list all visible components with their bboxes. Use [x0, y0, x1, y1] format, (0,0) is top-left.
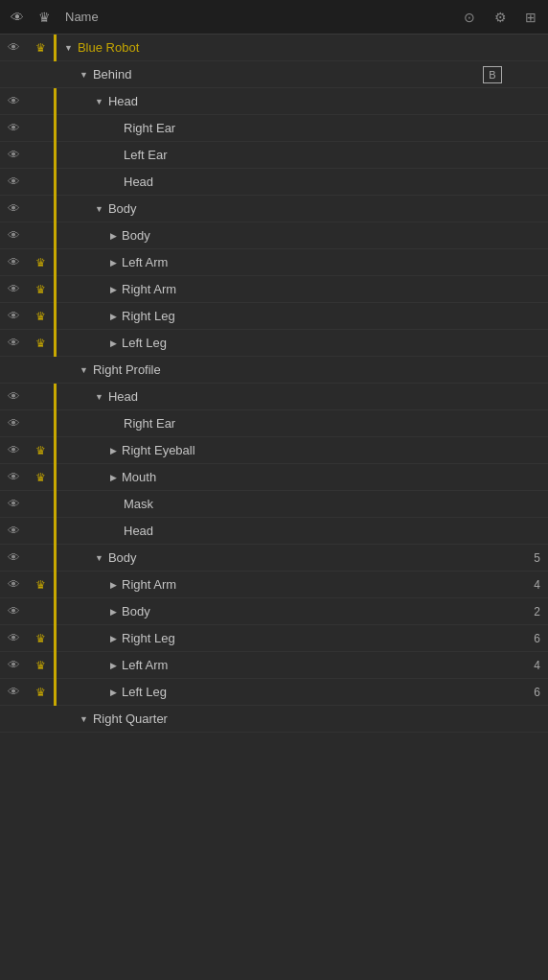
crown-column: ♛ [27, 310, 54, 323]
tree-row[interactable]: 👁▶Body2 [0, 598, 548, 625]
collapse-arrow-icon[interactable]: ▼ [64, 43, 73, 53]
expand-arrow-icon[interactable]: ▶ [110, 285, 117, 294]
tree-row[interactable]: ▼BehindB [0, 61, 548, 88]
layer-name: ▶Left Leg [57, 336, 510, 350]
layer-label: Blue Robot [78, 40, 139, 55]
expand-arrow-icon[interactable]: ▶ [110, 446, 117, 455]
visibility-toggle[interactable]: 👁 [0, 175, 27, 189]
collapse-arrow-icon[interactable]: ▼ [80, 714, 88, 724]
eye-icon: 👁 [8, 282, 20, 296]
camera-icon[interactable]: ⊙ [456, 4, 483, 31]
expand-arrow-icon[interactable]: ▶ [110, 231, 117, 241]
visibility-toggle[interactable]: 👁 [0, 389, 27, 404]
eye-icon: 👁 [8, 309, 20, 323]
tree-row[interactable]: 👁♛▶Left Leg6 [0, 679, 548, 706]
eye-icon: 👁 [8, 577, 20, 592]
tree-row[interactable]: 👁♛▶Right Arm4 [0, 572, 548, 598]
visibility-toggle[interactable]: 👁 [0, 631, 27, 645]
visibility-toggle[interactable]: 👁 [0, 416, 27, 431]
visibility-toggle[interactable]: 👁 [0, 255, 27, 269]
layer-label: Right Ear [124, 416, 175, 431]
column-header: 👁 ♛ Name ⊙ ⚙ ⊞ [0, 0, 548, 35]
tree-row[interactable]: 👁Right Ear [0, 410, 548, 437]
visibility-toggle[interactable]: 👁 [0, 309, 27, 323]
eye-icon: 👁 [8, 228, 20, 243]
visibility-toggle[interactable]: 👁 [0, 524, 27, 538]
visibility-toggle[interactable]: 👁 [0, 685, 27, 699]
tree-row[interactable]: 👁♛▶Left Leg [0, 330, 548, 357]
tree-row[interactable]: 👁Head [0, 518, 548, 545]
expand-arrow-icon[interactable]: ▶ [110, 607, 117, 617]
visibility-toggle[interactable]: 👁 [0, 604, 27, 618]
expand-arrow-icon[interactable]: ▶ [110, 634, 117, 643]
expand-arrow-icon[interactable]: ▶ [110, 258, 117, 268]
tree-row[interactable]: 👁▼Body [0, 196, 548, 222]
tree-row[interactable]: 👁▼Body5 [0, 545, 548, 572]
tree-row[interactable]: 👁♛▼Blue Robot [0, 35, 548, 61]
expand-arrow-icon[interactable]: ▶ [110, 338, 117, 348]
expand-arrow-icon[interactable]: ▶ [110, 473, 117, 482]
visibility-toggle[interactable]: 👁 [0, 94, 27, 108]
layer-value: 6 [510, 632, 548, 645]
visibility-toggle[interactable]: 👁 [0, 336, 27, 350]
collapse-arrow-icon[interactable]: ▼ [80, 365, 88, 375]
collapse-arrow-icon[interactable]: ▼ [95, 553, 103, 563]
collapse-arrow-icon[interactable]: ▼ [95, 204, 103, 214]
layer-label: Right Ear [124, 121, 175, 135]
layer-label: Right Arm [122, 282, 176, 296]
crown-icon: ♛ [35, 686, 46, 699]
tree-row[interactable]: 👁♛▶Left Arm4 [0, 652, 548, 679]
eye-icon: 👁 [8, 604, 20, 618]
tree-row[interactable]: 👁♛▶Right Leg6 [0, 625, 548, 652]
collapse-arrow-icon[interactable]: ▼ [95, 97, 103, 106]
eye-icon: 👁 [8, 550, 20, 565]
tree-row[interactable]: 👁▼Head [0, 384, 548, 410]
tree-row[interactable]: 👁▼Head [0, 88, 548, 115]
expand-arrow-icon[interactable]: ▶ [110, 580, 117, 590]
tree-row[interactable]: 👁Left Ear [0, 142, 548, 169]
visibility-toggle[interactable]: 👁 [0, 40, 27, 55]
visibility-toggle[interactable]: 👁 [0, 228, 27, 243]
tree-row[interactable]: ▼Right Quarter [0, 706, 548, 733]
layer-name: ▶Right Leg [57, 309, 510, 323]
layer-name: ▼Body [57, 550, 510, 565]
eye-icon: 👁 [8, 389, 20, 404]
expand-arrow-icon[interactable]: ▶ [110, 688, 117, 697]
visibility-toggle[interactable]: 👁 [0, 470, 27, 484]
visibility-toggle[interactable]: 👁 [0, 282, 27, 296]
crown-icon: ♛ [35, 471, 46, 484]
visibility-toggle[interactable]: 👁 [0, 497, 27, 511]
expand-arrow-icon[interactable]: ▶ [110, 661, 117, 670]
visibility-toggle[interactable]: 👁 [0, 121, 27, 135]
visibility-toggle[interactable]: 👁 [0, 443, 27, 457]
eye-icon: 👁 [8, 201, 20, 216]
layer-value: 5 [510, 551, 548, 565]
visibility-toggle[interactable]: 👁 [0, 577, 27, 592]
visibility-toggle[interactable]: 👁 [0, 550, 27, 565]
tree-row[interactable]: 👁Head [0, 169, 548, 196]
tree-row[interactable]: 👁▶Body [0, 222, 548, 249]
settings-icon[interactable]: ⚙ [487, 4, 514, 31]
layer-label: Body [108, 201, 137, 216]
tree-row[interactable]: ▼Right Profile [0, 357, 548, 384]
visibility-toggle[interactable]: 👁 [0, 201, 27, 216]
eye-header-icon: 👁 [4, 10, 31, 25]
visibility-toggle[interactable]: 👁 [0, 658, 27, 672]
tree-row[interactable]: 👁♛▶Right Eyeball [0, 437, 548, 464]
tree-row[interactable]: 👁♛▶Left Arm [0, 249, 548, 276]
tree-row[interactable]: 👁Right Ear [0, 115, 548, 142]
layer-value: 2 [510, 605, 548, 618]
expand-arrow-icon[interactable]: ▶ [110, 312, 117, 321]
eye-icon: 👁 [8, 255, 20, 269]
layer-name: ▼Right Quarter [57, 712, 510, 726]
tree-row[interactable]: 👁♛▶Right Arm [0, 276, 548, 303]
layer-name: ▼Head [57, 389, 510, 404]
collapse-arrow-icon[interactable]: ▼ [95, 392, 103, 402]
visibility-toggle[interactable]: 👁 [0, 148, 27, 162]
eye-icon: 👁 [8, 40, 20, 55]
grid-icon[interactable]: ⊞ [517, 4, 544, 31]
collapse-arrow-icon[interactable]: ▼ [80, 70, 88, 80]
tree-row[interactable]: 👁♛▶Right Leg [0, 303, 548, 330]
tree-row[interactable]: 👁♛▶Mouth [0, 464, 548, 491]
tree-row[interactable]: 👁Mask [0, 491, 548, 518]
